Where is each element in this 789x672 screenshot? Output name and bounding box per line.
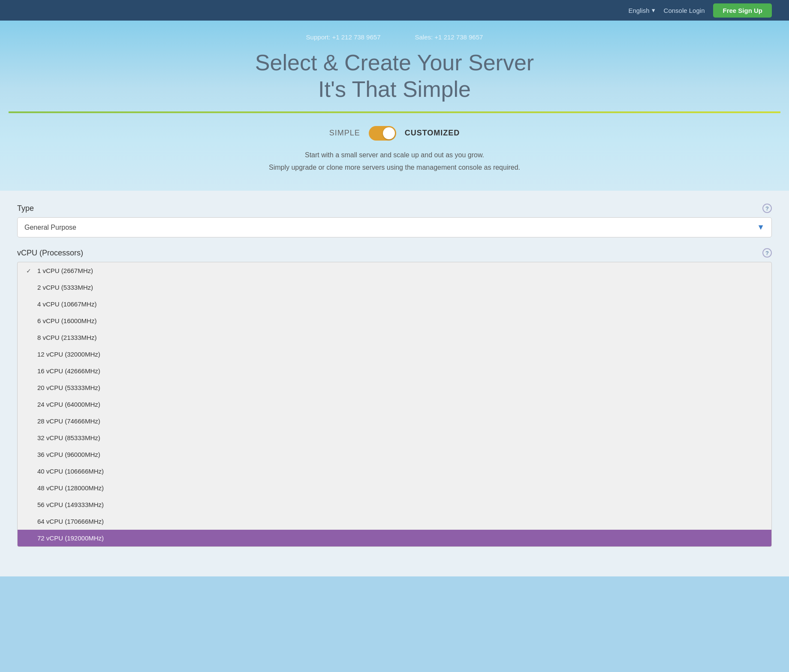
type-label: Type bbox=[17, 204, 34, 213]
type-dropdown-arrow-icon: ▼ bbox=[757, 223, 765, 232]
language-label: English bbox=[628, 7, 649, 14]
toggle-customized-label: CUSTOMIZED bbox=[405, 129, 460, 138]
vcpu-label: vCPU (Processors) bbox=[17, 249, 83, 258]
support-bar: Support: +1 212 738 9657 Sales: +1 212 7… bbox=[9, 33, 780, 41]
chevron-down-icon: ▾ bbox=[652, 6, 655, 14]
sales-phone: Sales: +1 212 738 9657 bbox=[415, 33, 483, 41]
simple-customized-toggle: SIMPLE CUSTOMIZED bbox=[9, 126, 780, 141]
list-item[interactable]: 8 vCPU (21333MHz) bbox=[18, 329, 771, 346]
list-item[interactable]: 56 vCPU (149333MHz) bbox=[18, 496, 771, 513]
toggle-knob bbox=[383, 127, 395, 139]
desc-line1: Start with a small server and scale up a… bbox=[305, 151, 484, 159]
vcpu-dropdown-list: 1 vCPU (2667MHz)2 vCPU (5333MHz)4 vCPU (… bbox=[17, 262, 772, 547]
title-line1: Select & Create Your Server bbox=[255, 50, 534, 75]
type-dropdown[interactable]: General Purpose ▼ bbox=[17, 217, 772, 237]
list-item[interactable]: 64 vCPU (170666MHz) bbox=[18, 513, 771, 530]
list-item[interactable]: 72 vCPU (192000MHz) bbox=[18, 530, 771, 546]
hero-description: Start with a small server and scale up a… bbox=[9, 149, 780, 174]
list-item[interactable]: 16 vCPU (42666MHz) bbox=[18, 363, 771, 379]
list-item[interactable]: 28 vCPU (74666MHz) bbox=[18, 413, 771, 429]
list-item[interactable]: 48 vCPU (128000MHz) bbox=[18, 480, 771, 496]
console-login-link[interactable]: Console Login bbox=[664, 7, 705, 14]
list-item[interactable]: 1 vCPU (2667MHz) bbox=[18, 262, 771, 279]
title-line2: It's That Simple bbox=[318, 77, 471, 102]
list-item[interactable]: 20 vCPU (53333MHz) bbox=[18, 379, 771, 396]
language-selector[interactable]: English ▾ bbox=[628, 6, 655, 14]
vcpu-section-header: vCPU (Processors) ? bbox=[17, 248, 772, 258]
type-dropdown-value: General Purpose bbox=[24, 224, 76, 231]
hero-section: Support: +1 212 738 9657 Sales: +1 212 7… bbox=[0, 21, 789, 191]
list-item[interactable]: 40 vCPU (106666MHz) bbox=[18, 463, 771, 480]
toggle-simple-label: SIMPLE bbox=[329, 129, 360, 138]
list-item[interactable]: 32 vCPU (85333MHz) bbox=[18, 429, 771, 446]
type-help-icon[interactable]: ? bbox=[762, 204, 772, 213]
toggle-switch[interactable] bbox=[369, 126, 396, 141]
free-signup-button[interactable]: Free Sign Up bbox=[713, 3, 772, 18]
list-item[interactable]: 24 vCPU (64000MHz) bbox=[18, 396, 771, 413]
list-item[interactable]: 4 vCPU (10667MHz) bbox=[18, 296, 771, 312]
divider bbox=[9, 111, 780, 113]
list-item[interactable]: 2 vCPU (5333MHz) bbox=[18, 279, 771, 296]
desc-line2: Simply upgrade or clone more servers usi… bbox=[269, 164, 520, 171]
vcpu-section: vCPU (Processors) ? 1 vCPU (2667MHz)2 vC… bbox=[17, 248, 772, 547]
page-title: Select & Create Your Server It's That Si… bbox=[9, 49, 780, 103]
vcpu-help-icon[interactable]: ? bbox=[762, 248, 772, 258]
type-section-header: Type ? bbox=[17, 204, 772, 213]
list-item[interactable]: 36 vCPU (96000MHz) bbox=[18, 446, 771, 463]
support-phone: Support: +1 212 738 9657 bbox=[306, 33, 381, 41]
list-item[interactable]: 6 vCPU (16000MHz) bbox=[18, 312, 771, 329]
main-content: Type ? General Purpose ▼ vCPU (Processor… bbox=[0, 191, 789, 576]
list-item[interactable]: 12 vCPU (32000MHz) bbox=[18, 346, 771, 363]
top-navigation: English ▾ Console Login Free Sign Up bbox=[0, 0, 789, 21]
